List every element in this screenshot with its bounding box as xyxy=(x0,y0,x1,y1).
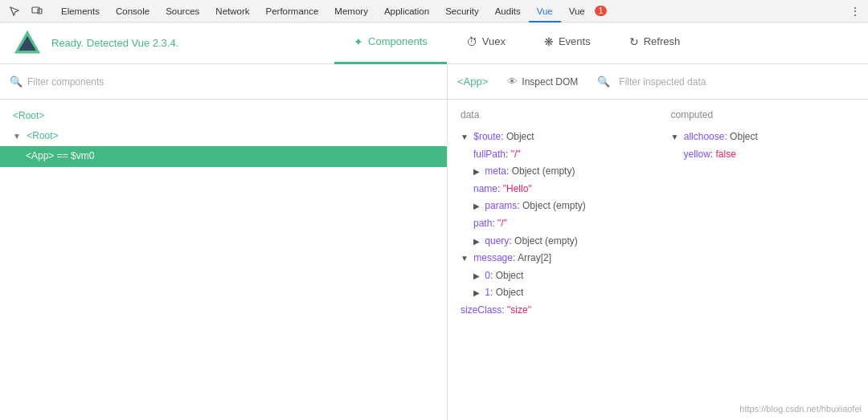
tab-memory[interactable]: Memory xyxy=(326,0,376,22)
val-fullpath: "/" xyxy=(511,149,521,160)
tab-console[interactable]: Console xyxy=(108,0,158,22)
vue-tab-components-label: Components xyxy=(368,21,428,63)
key-meta: meta xyxy=(485,165,506,177)
key-fullpath: fullPath xyxy=(473,149,506,160)
error-badge: 1 xyxy=(595,6,608,16)
colon-fullpath: : xyxy=(506,149,511,160)
tab-sources[interactable]: Sources xyxy=(158,0,207,22)
key-allchoose: allchoose xyxy=(684,131,725,142)
tree-root-2[interactable]: ▼ <Root> xyxy=(0,126,447,146)
vue-tab-vuex-label: Vuex xyxy=(482,21,506,63)
key-route: $route xyxy=(473,131,501,142)
val-meta: : Object (empty) xyxy=(506,165,575,177)
eye-icon: 👁 xyxy=(507,75,518,88)
data-row-meta[interactable]: ▶ meta: Object (empty) xyxy=(461,163,645,181)
data-row-message[interactable]: ▼ message: Array[2] xyxy=(461,250,645,267)
more-options-button[interactable]: ⋮ xyxy=(845,0,865,22)
data-row-name: name: "Hello" xyxy=(461,181,645,198)
tab-vue-1[interactable]: Vue xyxy=(529,0,561,22)
val-allchoose: : Object xyxy=(724,131,757,142)
val-0: : Object xyxy=(490,270,523,281)
cursor-icon[interactable] xyxy=(3,0,26,22)
inspect-dom-label: Inspect DOM xyxy=(522,76,578,88)
val-message: : Array[2] xyxy=(513,252,551,263)
refresh-icon: ↻ xyxy=(629,21,639,63)
components-icon: ✦ xyxy=(354,21,363,63)
val-params: : Object (empty) xyxy=(517,200,585,211)
key-path: path xyxy=(473,218,492,229)
data-row-route[interactable]: ▼ $route: Object xyxy=(461,128,645,146)
arrow-route: ▼ xyxy=(461,133,469,141)
val-1: : Object xyxy=(490,287,523,298)
tab-audits[interactable]: Audits xyxy=(487,0,529,22)
vue-logo xyxy=(13,29,42,58)
computed-column: computed ▼ allchoose: Object yellow: fal… xyxy=(671,109,856,410)
arrow-query: ▶ xyxy=(473,237,480,246)
key-sizeclass: sizeClass xyxy=(461,304,502,316)
tree-app-label: <App> == $vm0 xyxy=(26,150,94,161)
tab-vue-2[interactable]: Vue xyxy=(561,0,593,22)
arrow-message: ▼ xyxy=(461,254,469,263)
vue-header-tabs: ✦ Components ⏱ Vuex ❋ Events ↻ Refresh xyxy=(178,22,855,64)
arrow-allchoose: ▼ xyxy=(671,133,679,141)
val-route: : Object xyxy=(501,131,534,142)
data-row-params[interactable]: ▶ params: Object (empty) xyxy=(461,198,645,215)
app-component-label: <App> xyxy=(457,75,488,88)
val-query: : Object (empty) xyxy=(509,235,577,247)
filter-inspected-area: 🔍 xyxy=(597,75,858,88)
key-message: message xyxy=(473,252,513,263)
vue-tab-events[interactable]: ❋ Events xyxy=(525,22,610,64)
svg-rect-0 xyxy=(32,7,39,13)
data-title: data xyxy=(461,109,645,120)
colon-yellow: : xyxy=(710,149,716,160)
colon-name: : xyxy=(497,183,503,194)
right-panel: data ▼ $route: Object fullPath: "/" ▶ me… xyxy=(448,100,868,420)
arrow-1: ▶ xyxy=(473,288,480,297)
vue-tab-components[interactable]: ✦ Components xyxy=(334,22,447,64)
data-row-path: path: "/" xyxy=(461,215,645,233)
inspect-dom-button[interactable]: 👁 Inspect DOM xyxy=(501,72,584,91)
computed-title: computed xyxy=(671,109,856,120)
url-hint: https://blog.csdn.net/hbuxiaofei xyxy=(739,404,862,414)
tree-app[interactable]: <App> == $vm0 xyxy=(0,146,447,166)
vue-tab-refresh-label: Refresh xyxy=(644,21,681,63)
filter-inspected-input[interactable] xyxy=(619,76,858,88)
arrow-meta: ▶ xyxy=(473,167,480,176)
main-area: <Root> ▼ <Root> <App> == $vm0 data ▼ $ro… xyxy=(0,100,868,420)
filter-bar: 🔍 <App> 👁 Inspect DOM 🔍 xyxy=(0,64,868,100)
tab-application[interactable]: Application xyxy=(376,0,437,22)
data-row-1[interactable]: ▶ 1: Object xyxy=(461,284,645,302)
tab-elements[interactable]: Elements xyxy=(53,0,108,22)
filter-right-area: <App> 👁 Inspect DOM 🔍 xyxy=(448,64,868,99)
val-path: "/" xyxy=(497,218,507,229)
arrow-0: ▶ xyxy=(473,271,480,280)
val-name: "Hello" xyxy=(503,183,532,194)
tab-performance[interactable]: Performance xyxy=(258,0,327,22)
val-yellow: false xyxy=(716,149,736,160)
data-row-0[interactable]: ▶ 0: Object xyxy=(461,267,645,285)
tree-root-1[interactable]: <Root> xyxy=(0,106,447,126)
arrow-params: ▶ xyxy=(473,202,480,210)
vuex-icon: ⏱ xyxy=(466,21,477,63)
search-inspected-icon: 🔍 xyxy=(597,75,610,88)
vue-tab-refresh[interactable]: ↻ Refresh xyxy=(610,22,700,64)
vue-tab-events-label: Events xyxy=(559,21,591,63)
tree-root-2-label: <Root> xyxy=(27,130,58,141)
data-row-query[interactable]: ▶ query: Object (empty) xyxy=(461,233,645,251)
key-name: name xyxy=(473,183,497,194)
events-icon: ❋ xyxy=(544,21,554,63)
computed-row-allchoose[interactable]: ▼ allchoose: Object xyxy=(671,128,856,146)
filter-components-input[interactable] xyxy=(27,76,437,88)
val-sizeclass: "size" xyxy=(507,304,531,316)
toggle-arrow-root2: ▼ xyxy=(13,132,21,141)
data-row-fullpath: fullPath: "/" xyxy=(461,146,645,164)
tab-network[interactable]: Network xyxy=(207,0,257,22)
device-icon[interactable] xyxy=(26,0,48,22)
app-label-text: <App> xyxy=(457,75,488,88)
vue-tab-vuex[interactable]: ⏱ Vuex xyxy=(447,22,525,64)
key-query: query xyxy=(485,235,509,247)
component-tree-panel: <Root> ▼ <Root> <App> == $vm0 xyxy=(0,100,448,420)
data-row-sizeclass: sizeClass: "size" xyxy=(461,302,645,320)
tree-root-1-label: <Root> xyxy=(13,110,44,121)
tab-security[interactable]: Security xyxy=(437,0,487,22)
